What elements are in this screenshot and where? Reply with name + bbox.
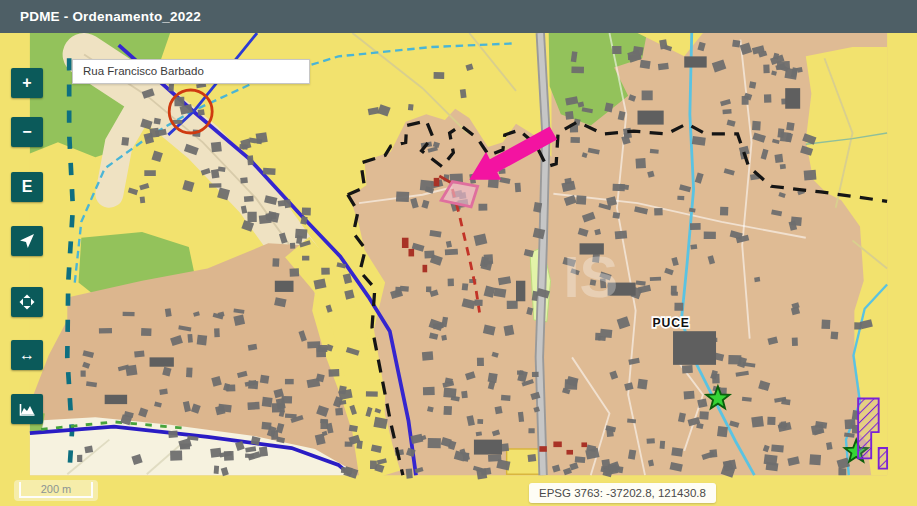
minus-icon: −: [22, 123, 31, 141]
scale-bar-label: 200 m: [19, 482, 93, 498]
extent-letter-icon: E: [22, 178, 33, 196]
zoom-in-button[interactable]: +: [11, 68, 43, 98]
zone-lot-bottom-center: [507, 449, 543, 474]
zoom-out-button[interactable]: −: [11, 117, 43, 147]
map-canvas: IS PUC: [0, 33, 917, 506]
coordinates-readout: EPSG 3763: -37202.8, 121430.8: [529, 483, 716, 503]
profile-chart-button[interactable]: [11, 394, 43, 424]
navigation-arrow-icon: [19, 233, 35, 249]
horizontal-arrows-icon: ↔: [19, 346, 35, 364]
map-application: PDME - Ordenamento_2022: [0, 0, 917, 506]
measure-button[interactable]: ↔: [11, 340, 43, 370]
target-diamond-icon: [19, 294, 35, 310]
scale-bar: 200 m: [14, 480, 98, 501]
area-chart-icon: [19, 401, 36, 417]
street-tooltip-label: Rua Francisco Barbado: [72, 59, 310, 84]
plus-icon: +: [22, 74, 31, 92]
geolocate-button[interactable]: [11, 226, 43, 256]
watermark-text: IS: [563, 245, 618, 309]
extent-button[interactable]: E: [11, 172, 43, 202]
map-viewport[interactable]: IS PUC: [0, 33, 917, 506]
center-map-button[interactable]: [11, 287, 43, 317]
place-label: PUCE: [652, 316, 689, 330]
page-title: PDME - Ordenamento_2022: [0, 9, 201, 24]
header-bar: PDME - Ordenamento_2022: [0, 0, 917, 33]
